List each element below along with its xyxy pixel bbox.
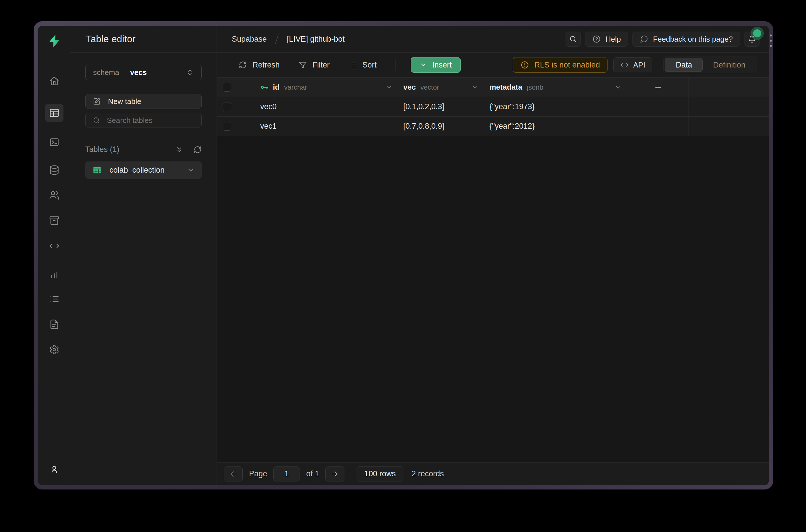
column-header-vec[interactable]: vec vector: [398, 78, 484, 97]
schema-label: schema: [93, 68, 119, 77]
cell-value: [0.7,0.8,0.9]: [403, 122, 444, 131]
page-number-input[interactable]: [273, 467, 300, 481]
sidebar-item-home[interactable]: [49, 76, 59, 86]
row-checkbox[interactable]: [223, 102, 231, 111]
toolbar-divider: [396, 59, 396, 71]
notification-dot: [753, 29, 761, 37]
add-column-button[interactable]: [627, 78, 689, 97]
insert-button[interactable]: Insert: [411, 57, 461, 73]
row-select-cell: [217, 97, 255, 116]
help-circle-icon: [592, 35, 601, 43]
sort-button[interactable]: Sort: [349, 61, 377, 70]
column-header-id[interactable]: id varchar: [255, 78, 398, 97]
sort-label: Sort: [363, 61, 377, 70]
refresh-label: Refresh: [252, 61, 280, 70]
page-title: Table editor: [86, 34, 136, 44]
app-window: Table editor schema vecs New table Tabl: [34, 21, 773, 490]
sidebar-item-storage[interactable]: [49, 215, 59, 226]
breadcrumb: Supabase [LIVE] github-bot: [232, 34, 345, 44]
sort-list-icon: [349, 61, 357, 69]
search-tables-box: [85, 113, 202, 128]
filter-icon: [299, 61, 307, 69]
sidebar-item-docs[interactable]: [49, 319, 59, 329]
account-avatar-icon[interactable]: [50, 465, 59, 474]
collapse-all-icon[interactable]: [175, 146, 183, 154]
column-type: vector: [420, 83, 439, 91]
search-tables-input[interactable]: [107, 116, 194, 125]
row-select-cell: [217, 117, 255, 136]
new-table-button[interactable]: New table: [85, 94, 202, 109]
column-name: vec: [403, 83, 416, 92]
cell-metadata[interactable]: {"year":1973}: [484, 97, 627, 116]
sidebar-item-auth[interactable]: [49, 190, 59, 201]
alert-circle-icon: [520, 61, 529, 69]
cell-vec[interactable]: [0.1,0.2,0.3]: [398, 97, 484, 116]
filter-label: Filter: [312, 61, 330, 70]
record-count: 2 records: [411, 469, 444, 478]
cell-value: {"year":2012}: [490, 122, 535, 131]
tab-data[interactable]: Data: [665, 58, 703, 72]
sidebar-item-settings[interactable]: [49, 344, 59, 355]
tab-definition[interactable]: Definition: [703, 58, 756, 72]
sidebar-item-reports[interactable]: [49, 269, 59, 279]
search-icon: [93, 116, 100, 125]
chevron-down-icon[interactable]: [187, 166, 195, 174]
rls-warning-button[interactable]: RLS is not enabled: [513, 57, 608, 73]
nav-rail: [38, 26, 70, 485]
project-header: Supabase [LIVE] github-bot Help Feedback…: [217, 26, 769, 53]
column-menu-icon[interactable]: [385, 83, 393, 91]
arrow-left-icon: [229, 470, 237, 478]
help-button[interactable]: Help: [585, 32, 628, 46]
primary-key-icon: [260, 83, 269, 92]
schema-select[interactable]: schema vecs: [85, 64, 202, 80]
refresh-tables-icon[interactable]: [194, 146, 202, 154]
table-editor-sidebar: Table editor schema vecs New table Tabl: [70, 26, 217, 485]
sidebar-item-edge-functions[interactable]: [49, 241, 59, 251]
window-handle-dots[interactable]: [770, 35, 772, 47]
next-page-button[interactable]: [325, 467, 344, 481]
arrow-right-icon: [331, 470, 339, 478]
breadcrumb-org[interactable]: Supabase: [232, 35, 267, 44]
grid-header-row: id varchar vec vector metadata jsonb: [217, 78, 769, 97]
supabase-studio: Table editor schema vecs New table Tabl: [38, 26, 769, 485]
pagination-footer: Page of 1 100 rows 2 records: [217, 462, 769, 485]
previous-page-button[interactable]: [224, 467, 243, 481]
supabase-logo-icon[interactable]: [48, 35, 61, 48]
table-row: vec0 [0.1,0.2,0.3] {"year":1973}: [217, 97, 769, 117]
table-list-item-colab-collection[interactable]: colab_collection: [85, 162, 202, 179]
column-menu-icon[interactable]: [472, 83, 479, 91]
column-header-metadata[interactable]: metadata jsonb: [484, 78, 627, 97]
refresh-button[interactable]: Refresh: [239, 61, 280, 70]
notifications-button[interactable]: [745, 32, 760, 46]
insert-label: Insert: [432, 61, 452, 70]
cell-id[interactable]: vec0: [255, 97, 398, 116]
schema-value: vecs: [130, 68, 147, 77]
sidebar-item-table-editor[interactable]: [45, 104, 63, 122]
api-button[interactable]: API: [613, 57, 652, 72]
cell-value: vec0: [260, 102, 276, 111]
toolbar-divider: [658, 59, 658, 71]
column-name: id: [273, 83, 280, 92]
select-all-checkbox[interactable]: [223, 83, 231, 92]
chevrons-up-down-icon: [186, 69, 194, 76]
rows-per-page-button[interactable]: 100 rows: [356, 467, 404, 481]
filter-button[interactable]: Filter: [299, 61, 330, 70]
chevron-down-icon: [420, 61, 427, 69]
sidebar-item-logs[interactable]: [49, 294, 59, 304]
breadcrumb-project[interactable]: [LIVE] github-bot: [287, 35, 345, 44]
column-menu-icon[interactable]: [614, 83, 622, 91]
feedback-button[interactable]: Feedback on this page?: [633, 32, 740, 46]
row-checkbox[interactable]: [223, 122, 231, 131]
message-bubble-icon: [640, 35, 648, 43]
cell-metadata[interactable]: {"year":2012}: [484, 117, 627, 136]
sidebar-item-sql-editor[interactable]: [49, 137, 59, 147]
column-type: varchar: [284, 83, 307, 91]
code-icon: [620, 61, 629, 69]
cell-vec[interactable]: [0.7,0.8,0.9]: [398, 117, 484, 136]
new-table-label: New table: [108, 97, 141, 106]
search-button[interactable]: [565, 32, 580, 46]
grid-toolbar: Refresh Filter Sort Insert: [217, 53, 769, 78]
sidebar-item-database[interactable]: [49, 165, 59, 175]
help-label: Help: [606, 35, 621, 44]
cell-id[interactable]: vec1: [255, 117, 398, 136]
